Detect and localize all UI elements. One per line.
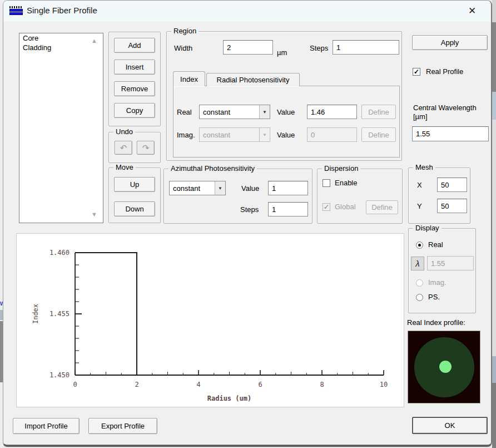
width-label: Width: [174, 44, 192, 52]
dispersion-enable-label: Enable: [335, 179, 357, 187]
chevron-down-icon[interactable]: ▼: [259, 105, 270, 119]
window-title: Single Fiber Profile: [27, 6, 97, 15]
chevron-down-icon[interactable]: ▼: [215, 181, 225, 195]
mesh-group: Mesh: [408, 168, 470, 224]
close-icon[interactable]: ✕: [461, 3, 483, 19]
remove-button[interactable]: Remove: [114, 81, 155, 96]
width-input[interactable]: [223, 40, 273, 55]
chevron-down-icon: ▼: [259, 128, 270, 141]
add-button[interactable]: Add: [114, 38, 155, 53]
move-up-button[interactable]: Up: [114, 177, 155, 192]
svg-text:8: 8: [320, 381, 324, 388]
dispersion-global-label: Global: [335, 203, 356, 211]
list-item-core[interactable]: Core: [19, 33, 103, 43]
svg-text:2: 2: [135, 381, 138, 388]
mesh-x-input[interactable]: [437, 178, 467, 192]
index-profile-chart: 1.4501.4551.4600246810IndexRadius (um): [16, 233, 404, 407]
width-unit-label: µm: [277, 48, 287, 57]
apply-button[interactable]: Apply: [412, 35, 488, 50]
tab-index[interactable]: Index: [173, 71, 205, 86]
region-list[interactable]: Core Cladding: [19, 33, 103, 223]
display-lambda-input[interactable]: [427, 256, 474, 270]
real-profile-label: Real Profile: [426, 67, 463, 76]
region-group-label: Region: [171, 27, 199, 35]
imag-value-input[interactable]: [307, 127, 357, 142]
mesh-x-label: X: [417, 181, 422, 189]
central-wavelength-input[interactable]: [412, 126, 489, 141]
svg-text:1.450: 1.450: [49, 371, 70, 379]
azimuthal-steps-input[interactable]: [268, 202, 308, 216]
fiber-cross-section-preview: [408, 331, 480, 403]
azimuthal-function-value: constant: [170, 184, 215, 193]
profile-chart-svg: 1.4501.4551.4600246810IndexRadius (um): [17, 234, 404, 407]
svg-text:1.460: 1.460: [49, 249, 70, 257]
real-value-label: Value: [277, 108, 295, 116]
real-value-input[interactable]: [307, 105, 357, 119]
redo-icon[interactable]: ↷: [137, 141, 155, 155]
insert-button[interactable]: Insert: [114, 60, 155, 75]
imag-label: Imag.: [177, 131, 195, 139]
copy-button[interactable]: Copy: [114, 103, 155, 118]
undo-group-label: Undo: [113, 127, 135, 136]
background-scrollbar-right[interactable]: [492, 0, 496, 448]
titlebar[interactable]: Single Fiber Profile ✕: [3, 1, 491, 22]
central-wavelength-label: Central Wavelength [µm]: [413, 104, 485, 121]
mesh-y-label: Y: [417, 202, 422, 210]
real-label: Real: [177, 108, 192, 116]
display-ps-radio[interactable]: [416, 294, 423, 301]
imag-value-label: Value: [277, 131, 295, 139]
real-profile-checkbox[interactable]: ✓: [413, 68, 420, 76]
region-steps-input[interactable]: [333, 40, 399, 55]
azimuthal-steps-label: Steps: [240, 205, 259, 214]
mesh-y-input[interactable]: [437, 199, 467, 213]
svg-text:10: 10: [380, 381, 388, 388]
imag-function-combo[interactable]: constant ▼: [199, 127, 270, 142]
svg-text:6: 6: [258, 381, 262, 388]
move-group-label: Move: [113, 163, 136, 171]
dispersion-group: Dispersion: [317, 169, 403, 224]
undo-icon[interactable]: ↶: [115, 141, 132, 155]
svg-text:0: 0: [73, 381, 77, 388]
fiber-profile-app-icon: [9, 6, 23, 16]
azimuthal-group-label: Azimuthal Photosensitivity: [168, 164, 257, 173]
real-function-value: constant: [200, 108, 259, 116]
azimuthal-value-label: Value: [241, 184, 259, 193]
display-group-label: Display: [413, 224, 442, 232]
single-fiber-profile-dialog: Single Fiber Profile ✕ Core Cladding ▲ ▼…: [3, 0, 492, 447]
tab-radial-photosensitivity[interactable]: Radial Photosensitivity: [206, 73, 300, 86]
region-steps-label: Steps: [310, 44, 328, 52]
svg-text:1.455: 1.455: [49, 310, 70, 318]
azimuthal-value-input[interactable]: [268, 181, 308, 195]
scroll-up-icon[interactable]: ▲: [91, 37, 97, 44]
export-profile-button[interactable]: Export Profile: [88, 418, 157, 434]
profile-preview-label: Real Index profile:: [407, 318, 465, 327]
dispersion-define-button[interactable]: Define: [366, 200, 398, 214]
dispersion-global-checkbox[interactable]: ✓: [323, 203, 330, 211]
real-define-button[interactable]: Define: [361, 105, 396, 119]
svg-text:Radius (um): Radius (um): [207, 395, 251, 402]
display-real-label: Real: [428, 240, 443, 249]
ok-button[interactable]: OK: [412, 417, 488, 434]
index-tab-panel: [173, 86, 400, 157]
display-real-radio[interactable]: [416, 242, 423, 249]
dispersion-enable-checkbox[interactable]: [323, 179, 330, 187]
real-function-combo[interactable]: constant ▼: [199, 105, 270, 119]
imag-define-button[interactable]: Define: [361, 127, 396, 142]
list-item-cladding[interactable]: Cladding: [19, 43, 103, 52]
scroll-down-icon[interactable]: ▼: [91, 211, 97, 218]
display-imag-radio[interactable]: [416, 279, 423, 287]
imag-function-value: constant: [200, 131, 259, 139]
lambda-icon[interactable]: λ: [411, 257, 424, 270]
svg-text:Index: Index: [32, 304, 39, 324]
mesh-group-label: Mesh: [413, 163, 435, 171]
svg-text:4: 4: [196, 381, 200, 388]
display-imag-label: Imag.: [428, 278, 447, 287]
dispersion-group-label: Dispersion: [322, 164, 360, 173]
move-down-button[interactable]: Down: [114, 201, 155, 216]
import-profile-button[interactable]: Import Profile: [13, 418, 80, 434]
azimuthal-function-combo[interactable]: constant ▼: [169, 181, 226, 195]
preview-core-circle: [439, 361, 452, 373]
display-ps-label: PS.: [428, 293, 440, 301]
